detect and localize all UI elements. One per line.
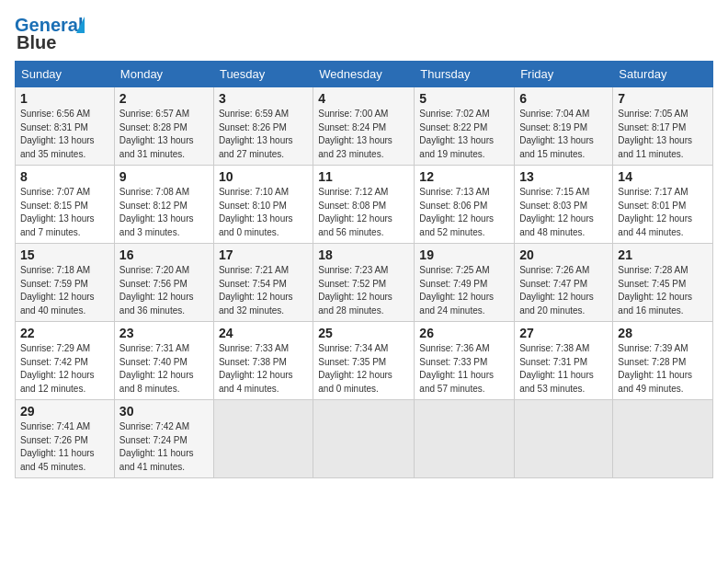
day-number: 24 (219, 326, 308, 340)
calendar-cell: 6Sunrise: 7:04 AMSunset: 8:19 PMDaylight… (515, 87, 613, 166)
calendar-cell: 15Sunrise: 7:18 AMSunset: 7:59 PMDayligh… (16, 244, 115, 322)
day-info: Sunrise: 7:42 AMSunset: 7:24 PMDaylight:… (119, 420, 209, 474)
day-info: Sunrise: 7:21 AMSunset: 7:54 PMDaylight:… (219, 264, 308, 317)
calendar-cell: 7Sunrise: 7:05 AMSunset: 8:17 PMDaylight… (613, 87, 713, 166)
day-number: 27 (519, 326, 608, 340)
calendar-week-2: 8Sunrise: 7:07 AMSunset: 8:15 PMDaylight… (16, 166, 713, 244)
calendar-cell: 1Sunrise: 6:56 AMSunset: 8:31 PMDaylight… (16, 87, 115, 166)
calendar-cell (213, 400, 313, 478)
day-number: 28 (618, 326, 708, 340)
calendar-cell: 4Sunrise: 7:00 AMSunset: 8:24 PMDaylight… (313, 87, 415, 166)
day-info: Sunrise: 7:02 AMSunset: 8:22 PMDaylight:… (419, 108, 509, 161)
day-number: 29 (20, 404, 109, 419)
logo: General Blue (15, 15, 83, 53)
day-number: 13 (519, 169, 608, 184)
day-info: Sunrise: 7:13 AMSunset: 8:06 PMDaylight:… (419, 186, 509, 239)
calendar-cell: 13Sunrise: 7:15 AMSunset: 8:03 PMDayligh… (515, 166, 613, 244)
calendar-cell: 2Sunrise: 6:57 AMSunset: 8:28 PMDaylight… (114, 87, 213, 166)
calendar-cell: 20Sunrise: 7:26 AMSunset: 7:47 PMDayligh… (515, 244, 613, 322)
calendar-cell: 8Sunrise: 7:07 AMSunset: 8:15 PMDaylight… (16, 166, 115, 244)
weekday-header-tuesday: Tuesday (213, 62, 313, 87)
calendar-cell: 14Sunrise: 7:17 AMSunset: 8:01 PMDayligh… (613, 166, 713, 244)
calendar-cell: 16Sunrise: 7:20 AMSunset: 7:56 PMDayligh… (114, 244, 213, 322)
page-header: General Blue (15, 15, 713, 53)
calendar-week-3: 15Sunrise: 7:18 AMSunset: 7:59 PMDayligh… (16, 244, 713, 322)
day-info: Sunrise: 7:31 AMSunset: 7:40 PMDaylight:… (119, 342, 209, 396)
calendar-week-1: 1Sunrise: 6:56 AMSunset: 8:31 PMDaylight… (16, 87, 713, 166)
day-info: Sunrise: 7:29 AMSunset: 7:42 PMDaylight:… (20, 342, 109, 396)
calendar-body: 1Sunrise: 6:56 AMSunset: 8:31 PMDaylight… (16, 87, 713, 478)
day-info: Sunrise: 7:26 AMSunset: 7:47 PMDaylight:… (519, 264, 608, 317)
day-info: Sunrise: 7:38 AMSunset: 7:31 PMDaylight:… (519, 342, 608, 396)
day-number: 17 (219, 247, 308, 262)
day-number: 11 (318, 169, 409, 184)
day-number: 3 (219, 91, 308, 106)
day-number: 26 (419, 326, 509, 340)
day-number: 19 (419, 247, 509, 262)
day-number: 2 (119, 91, 209, 106)
logo-triangle-icon (76, 17, 85, 33)
day-info: Sunrise: 7:23 AMSunset: 7:52 PMDaylight:… (318, 264, 409, 317)
day-info: Sunrise: 7:25 AMSunset: 7:49 PMDaylight:… (419, 264, 509, 317)
day-info: Sunrise: 6:57 AMSunset: 8:28 PMDaylight:… (119, 108, 209, 161)
day-number: 16 (119, 247, 209, 262)
day-info: Sunrise: 7:04 AMSunset: 8:19 PMDaylight:… (519, 108, 608, 161)
calendar-cell: 27Sunrise: 7:38 AMSunset: 7:31 PMDayligh… (515, 322, 613, 400)
day-number: 14 (618, 169, 708, 184)
calendar-cell: 21Sunrise: 7:28 AMSunset: 7:45 PMDayligh… (613, 244, 713, 322)
weekday-header-sunday: Sunday (16, 62, 115, 87)
day-info: Sunrise: 7:12 AMSunset: 8:08 PMDaylight:… (318, 186, 409, 239)
day-number: 22 (20, 326, 109, 340)
day-info: Sunrise: 7:15 AMSunset: 8:03 PMDaylight:… (519, 186, 608, 239)
day-number: 12 (419, 169, 509, 184)
day-number: 20 (519, 247, 608, 262)
weekday-header-friday: Friday (515, 62, 613, 87)
day-info: Sunrise: 7:34 AMSunset: 7:35 PMDaylight:… (318, 342, 409, 396)
day-number: 5 (419, 91, 509, 106)
day-number: 23 (119, 326, 209, 340)
calendar-cell: 18Sunrise: 7:23 AMSunset: 7:52 PMDayligh… (313, 244, 415, 322)
day-info: Sunrise: 7:08 AMSunset: 8:12 PMDaylight:… (119, 186, 209, 239)
day-info: Sunrise: 7:18 AMSunset: 7:59 PMDaylight:… (20, 264, 109, 317)
day-info: Sunrise: 7:05 AMSunset: 8:17 PMDaylight:… (618, 108, 708, 161)
calendar-cell: 11Sunrise: 7:12 AMSunset: 8:08 PMDayligh… (313, 166, 415, 244)
calendar-cell (415, 400, 515, 478)
day-info: Sunrise: 7:28 AMSunset: 7:45 PMDaylight:… (618, 264, 708, 317)
day-info: Sunrise: 7:17 AMSunset: 8:01 PMDaylight:… (618, 186, 708, 239)
logo-general: General (15, 15, 83, 35)
day-number: 4 (318, 91, 409, 106)
calendar-cell: 19Sunrise: 7:25 AMSunset: 7:49 PMDayligh… (415, 244, 515, 322)
calendar-cell: 12Sunrise: 7:13 AMSunset: 8:06 PMDayligh… (415, 166, 515, 244)
weekday-header-saturday: Saturday (613, 62, 713, 87)
weekday-header-thursday: Thursday (415, 62, 515, 87)
weekday-header-monday: Monday (114, 62, 213, 87)
calendar-cell: 22Sunrise: 7:29 AMSunset: 7:42 PMDayligh… (16, 322, 115, 400)
day-number: 7 (618, 91, 708, 106)
calendar-cell: 30Sunrise: 7:42 AMSunset: 7:24 PMDayligh… (114, 400, 213, 478)
day-number: 30 (119, 404, 209, 419)
calendar-cell: 3Sunrise: 6:59 AMSunset: 8:26 PMDaylight… (213, 87, 313, 166)
day-number: 9 (119, 169, 209, 184)
day-number: 21 (618, 247, 708, 262)
calendar-cell: 9Sunrise: 7:08 AMSunset: 8:12 PMDaylight… (114, 166, 213, 244)
calendar-cell: 5Sunrise: 7:02 AMSunset: 8:22 PMDaylight… (415, 87, 515, 166)
day-info: Sunrise: 7:33 AMSunset: 7:38 PMDaylight:… (219, 342, 308, 396)
day-info: Sunrise: 7:41 AMSunset: 7:26 PMDaylight:… (20, 420, 109, 474)
calendar-cell (313, 400, 415, 478)
weekday-header-wednesday: Wednesday (313, 62, 415, 87)
day-number: 15 (20, 247, 109, 262)
day-number: 6 (519, 91, 608, 106)
calendar-week-4: 22Sunrise: 7:29 AMSunset: 7:42 PMDayligh… (16, 322, 713, 400)
calendar-cell: 10Sunrise: 7:10 AMSunset: 8:10 PMDayligh… (213, 166, 313, 244)
calendar-cell (515, 400, 613, 478)
day-info: Sunrise: 6:59 AMSunset: 8:26 PMDaylight:… (219, 108, 308, 161)
calendar-cell: 24Sunrise: 7:33 AMSunset: 7:38 PMDayligh… (213, 322, 313, 400)
day-number: 10 (219, 169, 308, 184)
calendar-week-5: 29Sunrise: 7:41 AMSunset: 7:26 PMDayligh… (16, 400, 713, 478)
calendar-cell: 29Sunrise: 7:41 AMSunset: 7:26 PMDayligh… (16, 400, 115, 478)
calendar-header-row: SundayMondayTuesdayWednesdayThursdayFrid… (16, 62, 713, 87)
calendar-cell: 28Sunrise: 7:39 AMSunset: 7:28 PMDayligh… (613, 322, 713, 400)
calendar-cell: 17Sunrise: 7:21 AMSunset: 7:54 PMDayligh… (213, 244, 313, 322)
day-number: 18 (318, 247, 409, 262)
calendar-cell: 25Sunrise: 7:34 AMSunset: 7:35 PMDayligh… (313, 322, 415, 400)
